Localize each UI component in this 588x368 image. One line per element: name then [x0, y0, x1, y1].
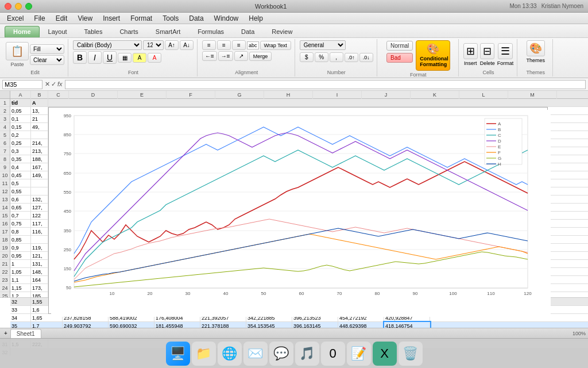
col-header-M[interactable]: M: [508, 91, 557, 99]
col-header-D[interactable]: D: [69, 91, 118, 99]
cell[interactable]: 33: [10, 306, 31, 313]
row-header-17[interactable]: 17: [0, 228, 10, 236]
text-rotate-button[interactable]: ↗: [234, 51, 248, 61]
cell-a[interactable]: [31, 236, 48, 243]
indent-increase-button[interactable]: →≡: [218, 51, 233, 61]
highlight-button[interactable]: A: [133, 53, 146, 63]
italic-button[interactable]: I: [88, 51, 102, 64]
tab-data[interactable]: Data: [233, 26, 263, 37]
decimal-decrease-button[interactable]: .0↓: [359, 53, 373, 62]
delete-button[interactable]: ⊟: [480, 43, 494, 59]
cell-tid[interactable]: 0,3: [10, 147, 31, 155]
cell-1-1[interactable]: tid: [10, 99, 31, 106]
row-header-19[interactable]: 19: [0, 244, 10, 252]
dock-icon-2[interactable]: 📁: [192, 342, 216, 366]
dock-icon-3[interactable]: 🌐: [218, 342, 242, 366]
menu-file[interactable]: File: [29, 14, 49, 23]
conditional-formatting-button[interactable]: 🎨 Conditional Formatting: [416, 40, 450, 71]
cell-a[interactable]: 21: [31, 115, 48, 122]
cell[interactable]: 34: [10, 314, 31, 321]
cell-1-2[interactable]: A: [31, 99, 48, 106]
align-center-button[interactable]: ≡: [217, 40, 231, 50]
row-header-5[interactable]: 5: [0, 131, 10, 139]
col-header-H[interactable]: H: [264, 91, 313, 99]
col-header-E[interactable]: E: [118, 91, 167, 99]
formula-cancel-icon[interactable]: ✕: [45, 80, 50, 88]
cell-tid[interactable]: 0,75: [10, 220, 31, 227]
comma-button[interactable]: ,: [330, 52, 343, 62]
tab-smartart[interactable]: SmartArt: [147, 26, 189, 37]
cell-tid[interactable]: 1,1: [10, 276, 31, 283]
row-header-2[interactable]: 2: [0, 107, 10, 115]
dock-icon-4[interactable]: ✉️: [243, 342, 268, 366]
wrap-text-button[interactable]: Wrap Text: [260, 41, 291, 50]
tab-home[interactable]: Home: [5, 26, 40, 37]
dock-icon-6[interactable]: 🎵: [295, 342, 319, 366]
cell-a[interactable]: 121,: [31, 252, 48, 259]
col-header-C[interactable]: C: [48, 91, 69, 99]
row-header-14[interactable]: 14: [0, 204, 10, 212]
row-header-4[interactable]: 4: [0, 123, 10, 131]
row-header-15[interactable]: 15: [0, 212, 10, 220]
clear-dropdown[interactable]: Clear: [30, 55, 64, 65]
tab-review[interactable]: Review: [263, 26, 301, 37]
cell-tid[interactable]: 0,2: [10, 131, 31, 139]
menu-window[interactable]: Window: [210, 14, 243, 23]
minimize-button[interactable]: [15, 3, 22, 10]
cell-tid[interactable]: 1: [10, 260, 31, 267]
number-format-select[interactable]: General: [300, 40, 346, 50]
cell-tid[interactable]: 0,45: [10, 171, 31, 179]
cell-tid[interactable]: 0,25: [10, 139, 31, 147]
row-header-12[interactable]: 12: [0, 187, 10, 195]
menu-help[interactable]: Help: [244, 14, 268, 23]
cell-tid[interactable]: 0,95: [10, 252, 31, 259]
cell-a[interactable]: 214,: [31, 139, 48, 147]
col-header-G[interactable]: G: [215, 91, 264, 99]
decimal-increase-button[interactable]: .0↑: [345, 53, 358, 62]
currency-button[interactable]: $: [300, 52, 314, 62]
cell-tid[interactable]: 0,6: [10, 195, 31, 203]
cell-a[interactable]: [31, 187, 48, 195]
row-header-20[interactable]: 20: [0, 252, 10, 260]
font-size-select[interactable]: 12: [143, 40, 164, 50]
tab-tables[interactable]: Tables: [76, 26, 111, 37]
bold-button[interactable]: B: [73, 51, 87, 64]
percent-button[interactable]: %: [315, 52, 328, 62]
indent-decrease-button[interactable]: ←≡: [202, 51, 217, 61]
cell-a[interactable]: 122: [31, 212, 48, 219]
dock-icon-10[interactable]: 🗑️: [399, 342, 423, 366]
row-header-7[interactable]: 7: [0, 147, 10, 155]
col-header-I[interactable]: I: [313, 91, 362, 99]
cell-a[interactable]: 119,: [31, 244, 48, 251]
sheet-tab-1[interactable]: Sheet1: [10, 329, 41, 338]
cell-a[interactable]: 164: [31, 276, 48, 283]
dock-icon-7[interactable]: 0: [321, 342, 345, 366]
row-header-18[interactable]: 18: [0, 236, 10, 244]
tab-layout[interactable]: Layout: [40, 26, 76, 37]
cell-a[interactable]: 116,: [31, 228, 48, 235]
borders-button[interactable]: ▦: [118, 53, 131, 63]
row-header-21[interactable]: 21: [0, 260, 10, 268]
cell-a[interactable]: 173,: [31, 284, 48, 292]
cell-tid[interactable]: 1,15: [10, 284, 31, 292]
row-header-13[interactable]: 13: [0, 195, 10, 204]
font-face-select[interactable]: Calibri (Body): [73, 40, 142, 50]
cell-a[interactable]: [31, 179, 48, 187]
format-normal-cell[interactable]: Normal: [386, 41, 413, 51]
row-header-22[interactable]: 22: [0, 268, 10, 276]
cell-a[interactable]: 49,: [31, 123, 48, 131]
dock-icon-8[interactable]: 📝: [347, 342, 371, 366]
align-right-button[interactable]: ≡: [232, 40, 246, 50]
cell[interactable]: 32: [10, 298, 31, 305]
cell-a[interactable]: 132,: [31, 195, 48, 203]
cell-a[interactable]: 149,: [31, 171, 48, 179]
col-header-K[interactable]: K: [411, 91, 459, 99]
menu-edit[interactable]: Edit: [51, 14, 72, 23]
row-header-16[interactable]: 16: [0, 220, 10, 228]
row-header-23[interactable]: 23: [0, 276, 10, 284]
col-header-F[interactable]: F: [167, 91, 215, 99]
formula-confirm-icon[interactable]: ✓: [51, 80, 56, 88]
row-header-3[interactable]: 3: [0, 115, 10, 123]
insert-button[interactable]: ⊞: [463, 43, 478, 59]
formula-input[interactable]: [65, 80, 586, 89]
